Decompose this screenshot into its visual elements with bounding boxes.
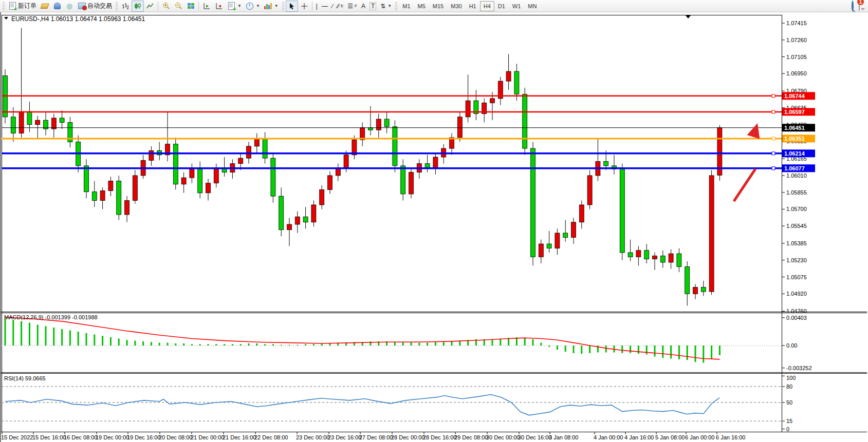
vertical-line-tool[interactable]: |	[314, 1, 320, 12]
auto-scroll-button[interactable]	[200, 1, 213, 12]
time-axis-label: 6 Jan 00:00	[685, 434, 715, 440]
tab-m1[interactable]: M1	[399, 1, 414, 11]
window-left-border	[0, 12, 1, 442]
tile-windows-button[interactable]	[184, 1, 197, 12]
charts-profile-button[interactable]	[39, 1, 51, 12]
periodicity-dropdown[interactable]: ▼	[244, 1, 262, 12]
tab-m15[interactable]: M15	[429, 1, 447, 11]
chevron-down-icon: ▼	[256, 4, 260, 8]
new-order-button[interactable]: + 新订单	[6, 1, 39, 12]
chart-menu-triangle-icon[interactable]	[4, 17, 8, 20]
tab-mn[interactable]: MN	[524, 1, 540, 11]
fibonacci-tool[interactable]: ☰F	[345, 1, 359, 12]
horizontal-line-icon: —	[322, 3, 328, 10]
chart-title-group: EURUSD-,H4 1.06013 1.06474 1.05963 1.064…	[4, 15, 691, 23]
bar-chart-button[interactable]	[119, 1, 132, 12]
candlestick-chart-button[interactable]	[132, 1, 144, 12]
time-axis-label: 4 Jan 00:00	[594, 434, 623, 440]
candle	[701, 281, 706, 296]
chart-title: EURUSD-,H4 1.06013 1.06474 1.05963 1.064…	[11, 15, 145, 23]
time-axis-label: 21 Dec 16:00	[223, 434, 256, 440]
tab-m30[interactable]: M30	[447, 1, 465, 11]
line-handle[interactable]	[772, 137, 775, 140]
auto-trading-icon	[78, 2, 86, 10]
time-axis-label: 23 Dec 00:00	[296, 434, 329, 440]
candle	[660, 251, 665, 268]
time-axis-label: 30 Dec 00:00	[486, 434, 520, 440]
vertical-line-icon: |	[316, 3, 318, 10]
candle	[669, 249, 673, 269]
candle	[92, 181, 97, 207]
candle	[482, 99, 487, 122]
line-handle[interactable]	[772, 167, 775, 170]
candle	[709, 170, 714, 295]
new-chart-dropdown[interactable]: +▼	[225, 1, 244, 12]
toolbar-grip[interactable]	[395, 2, 397, 10]
clock-icon	[246, 2, 254, 10]
candle	[450, 133, 454, 155]
candle	[531, 142, 535, 265]
indicators-dropdown[interactable]: ▼	[262, 1, 281, 12]
zoom-in-button[interactable]	[160, 1, 172, 12]
trendline-icon: ∕	[332, 3, 333, 10]
trend-arrow-annotation[interactable]	[734, 123, 760, 201]
trendline-tool[interactable]: ∕	[330, 1, 335, 12]
chart-shift-marker-icon[interactable]	[686, 15, 691, 18]
signals-button[interactable]: ◎	[63, 1, 76, 12]
candle	[401, 159, 405, 200]
time-axis: 15 Dec 202215 Dec 16:0016 Dec 08:0019 De…	[1, 432, 746, 440]
toolbar-grip[interactable]	[116, 2, 118, 10]
time-axis-label: 30 Dec 16:00	[518, 434, 551, 440]
line-chart-icon	[146, 2, 154, 10]
time-axis-label: 20 Dec 08:00	[159, 434, 192, 440]
candle	[214, 164, 218, 187]
price-chart[interactable]: 1.074151.072601.071051.069501.067901.066…	[0, 12, 868, 442]
auto-trading-button[interactable]: 自动交易	[76, 1, 114, 12]
price-axis-label: 1.05230	[786, 257, 807, 263]
rsi-axis-label: 0	[786, 426, 789, 432]
candle	[35, 116, 40, 139]
time-axis-label: 15 Dec 2022	[1, 434, 33, 440]
zoom-in-icon	[162, 2, 170, 10]
text-tool[interactable]: A	[359, 1, 367, 12]
tab-w1[interactable]: W1	[509, 1, 525, 11]
text-label-tool[interactable]: T	[367, 1, 378, 12]
line-handle[interactable]	[772, 152, 775, 155]
search-icon[interactable]	[852, 2, 854, 11]
tab-h4[interactable]: H4	[480, 1, 494, 11]
signals-icon: ◎	[65, 2, 73, 10]
line-chart-button[interactable]	[144, 1, 156, 12]
community-button[interactable]	[51, 1, 63, 12]
arrow-objects-dropdown[interactable]: ⇅▼	[378, 1, 394, 12]
rsi-axis-label: 15	[786, 418, 792, 424]
chart-window[interactable]: 1.074151.072601.071051.069501.067901.066…	[0, 12, 868, 442]
chart-shift-button[interactable]	[213, 1, 225, 12]
candle	[44, 111, 48, 135]
toolbar-grip[interactable]	[282, 2, 284, 10]
zoom-out-button[interactable]	[172, 1, 184, 12]
line-handle[interactable]	[772, 94, 775, 98]
notifications-button[interactable]: 1	[859, 2, 860, 11]
equidistant-channel-tool[interactable]: ∕∕E	[335, 1, 345, 12]
chevron-down-icon: ▼	[237, 4, 242, 8]
cursor-tool-button[interactable]	[286, 1, 298, 12]
line-handle[interactable]	[772, 110, 775, 113]
candle	[628, 240, 633, 261]
candle	[328, 171, 333, 194]
tab-d1[interactable]: D1	[494, 1, 509, 11]
time-axis-label: 22 Dec 08:00	[254, 434, 288, 440]
tab-h1[interactable]: H1	[466, 1, 480, 11]
price-tag-label: 1.06744	[784, 93, 805, 99]
candle	[68, 117, 72, 147]
candle	[100, 187, 105, 209]
new-order-icon: +	[8, 2, 16, 10]
candle	[311, 201, 316, 227]
time-axis-label: 28 Dec 16:00	[423, 434, 456, 440]
horizontal-line-tool[interactable]: —	[320, 1, 330, 12]
toolbar-grip[interactable]	[3, 2, 5, 10]
crosshair-tool-button[interactable]	[298, 1, 310, 12]
candle	[685, 261, 690, 306]
candle	[133, 170, 137, 204]
rsi-pane: 1008050150RSI(14) 59.0665	[2, 375, 796, 432]
tab-m5[interactable]: M5	[414, 1, 429, 11]
